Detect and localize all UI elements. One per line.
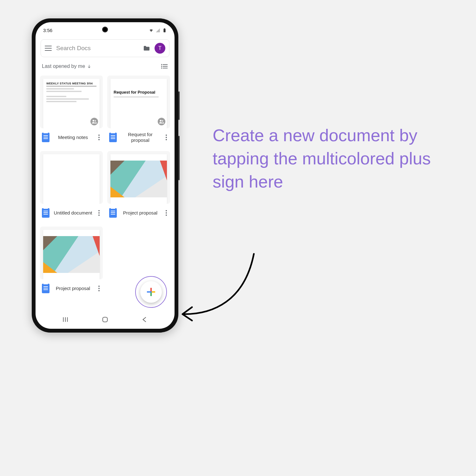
list-view-icon[interactable] xyxy=(161,63,168,69)
status-icons xyxy=(149,28,167,33)
card-footer: Untitled document xyxy=(40,204,103,221)
status-time: 3:56 xyxy=(43,28,52,33)
document-thumbnail xyxy=(107,151,170,204)
document-thumbnail xyxy=(40,227,103,279)
svg-point-8 xyxy=(93,120,94,122)
docs-file-icon xyxy=(109,133,117,142)
svg-rect-26 xyxy=(150,288,152,291)
menu-icon[interactable] xyxy=(45,46,52,51)
docs-file-icon xyxy=(42,284,50,293)
plus-icon xyxy=(146,287,156,297)
svg-rect-1 xyxy=(164,28,165,29)
document-thumbnail: Request for Proposal xyxy=(107,76,170,128)
folder-icon[interactable] xyxy=(143,45,150,51)
create-document-fab[interactable] xyxy=(140,281,162,303)
account-avatar[interactable]: T xyxy=(155,43,165,54)
document-title: Project proposal xyxy=(120,210,161,216)
volume-button xyxy=(178,91,180,120)
back-icon[interactable] xyxy=(141,316,148,323)
document-card[interactable]: WEEKLY STATUS MEETING 3/04Meeting notes xyxy=(40,76,103,145)
svg-point-11 xyxy=(162,120,163,122)
svg-rect-29 xyxy=(152,291,155,293)
callout-text: Create a new document by tapping the mul… xyxy=(213,124,441,193)
svg-point-5 xyxy=(161,64,162,65)
recents-icon[interactable] xyxy=(62,316,69,323)
wifi-icon xyxy=(149,28,154,33)
power-button xyxy=(178,136,180,180)
svg-point-7 xyxy=(161,68,162,69)
document-title: Project proposal xyxy=(53,286,93,291)
battery-icon xyxy=(162,28,167,33)
docs-file-icon xyxy=(42,208,50,218)
phone-frame: 3:56 Search Docs T Last opened by me WEE… xyxy=(32,18,178,333)
arrow-down-icon xyxy=(87,64,91,69)
home-icon[interactable] xyxy=(102,316,109,323)
signal-icon xyxy=(155,28,160,33)
screen: 3:56 Search Docs T Last opened by me WEE… xyxy=(36,22,175,329)
document-thumbnail: WEEKLY STATUS MEETING 3/04 xyxy=(40,76,103,128)
fab-highlight-ring xyxy=(135,276,167,308)
callout-arrow xyxy=(175,248,257,330)
shared-icon xyxy=(89,117,99,126)
document-card[interactable]: Untitled document xyxy=(40,151,103,221)
camera-hole xyxy=(102,27,108,32)
docs-file-icon xyxy=(109,208,117,218)
android-nav-bar xyxy=(36,312,175,329)
card-footer: Project proposal xyxy=(40,279,103,296)
svg-point-6 xyxy=(161,66,162,67)
svg-rect-30 xyxy=(150,291,152,293)
document-card[interactable]: Request for ProposalRequest for proposal xyxy=(107,76,170,145)
document-card[interactable]: Project proposal xyxy=(40,227,103,296)
document-title: Untitled document xyxy=(53,210,93,216)
search-bar[interactable]: Search Docs T xyxy=(41,39,169,57)
card-footer: Project proposal xyxy=(107,204,170,221)
more-options-icon[interactable] xyxy=(164,135,169,140)
more-options-icon[interactable] xyxy=(164,210,169,216)
card-footer: Request for proposal xyxy=(107,128,170,145)
more-options-icon[interactable] xyxy=(96,286,102,291)
document-thumbnail xyxy=(40,151,103,204)
more-options-icon[interactable] xyxy=(96,135,102,140)
card-footer: Meeting notes xyxy=(40,128,103,145)
document-card[interactable]: Project proposal xyxy=(107,151,170,221)
shared-icon xyxy=(157,117,166,126)
svg-point-10 xyxy=(160,120,162,122)
sort-button[interactable]: Last opened by me xyxy=(42,63,91,69)
svg-rect-27 xyxy=(150,293,152,296)
sort-row: Last opened by me xyxy=(36,60,175,71)
search-input[interactable]: Search Docs xyxy=(56,45,139,52)
svg-point-9 xyxy=(95,120,96,122)
document-title: Request for proposal xyxy=(120,132,161,143)
docs-file-icon xyxy=(42,133,50,142)
svg-rect-34 xyxy=(103,317,108,322)
sort-label: Last opened by me xyxy=(42,63,85,69)
svg-rect-28 xyxy=(147,291,150,293)
more-options-icon[interactable] xyxy=(96,210,102,216)
document-title: Meeting notes xyxy=(53,135,93,140)
svg-rect-0 xyxy=(163,29,165,32)
